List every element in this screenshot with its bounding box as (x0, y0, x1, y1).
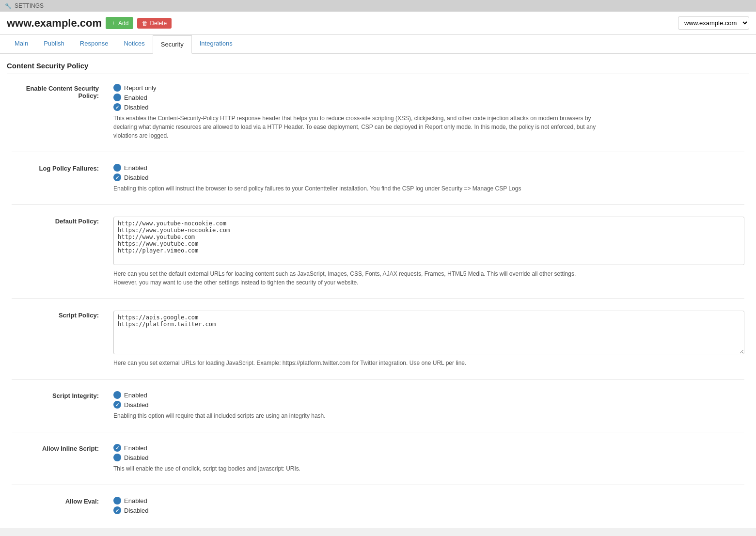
log-policy-label: Log Policy Failures: (7, 160, 104, 197)
enable-csp-row: Enable Content Security Policy: Report o… (7, 80, 749, 144)
add-button-label: Add (118, 20, 128, 27)
log-policy-input: Enabled Disabled Enabling this option wi… (104, 160, 749, 197)
default-policy-input: http://www.youtube-nocookie.com https://… (104, 213, 749, 291)
csp-enabled-radio[interactable] (113, 94, 121, 101)
section-title: Content Security Policy (7, 62, 749, 74)
trash-icon: 🗑 (142, 20, 148, 27)
header-right: www.example.com (678, 16, 749, 30)
sep-row-1 (7, 144, 749, 160)
sep-row-6 (7, 477, 749, 493)
ais-enabled-option: Enabled (113, 444, 744, 452)
default-policy-row: Default Policy: http://www.youtube-nocoo… (7, 213, 749, 291)
allow-inline-script-description: This will enable the use of onclick, scr… (113, 464, 598, 473)
csp-disabled-option: Disabled (113, 103, 744, 111)
add-button[interactable]: ＋ Add (106, 17, 133, 29)
enable-csp-input: Report only Enabled Disabled This enable… (104, 80, 749, 144)
allow-eval-row: Allow Eval: Enabled Disabled (7, 493, 749, 520)
script-integrity-description: Enabling this option will require that a… (113, 411, 598, 420)
tab-main[interactable]: Main (7, 35, 36, 54)
csp-enabled-option: Enabled (113, 94, 744, 101)
default-policy-textarea[interactable]: http://www.youtube-nocookie.com https://… (113, 217, 744, 265)
log-policy-row: Log Policy Failures: Enabled Disabled En… (7, 160, 749, 197)
script-integrity-row: Script Integrity: Enabled Disabled Enabl… (7, 387, 749, 424)
lpf-disabled-label: Disabled (124, 174, 149, 181)
ae-enabled-label: Enabled (124, 497, 147, 504)
si-disabled-label: Disabled (124, 401, 149, 409)
script-integrity-label: Script Integrity: (7, 387, 104, 424)
csp-disabled-radio[interactable] (113, 103, 121, 111)
tabs-bar: Main Publish Response Notices Security I… (0, 35, 756, 54)
plus-icon: ＋ (110, 19, 116, 27)
delete-button-label: Delete (150, 20, 167, 27)
default-policy-description: Here can you set the default external UR… (113, 269, 598, 287)
log-policy-description: Enabling this option will instruct the b… (113, 184, 598, 193)
ais-disabled-radio[interactable] (113, 454, 121, 461)
allow-inline-script-row: Allow Inline Script: Enabled Disabled Th… (7, 440, 749, 477)
si-enabled-radio[interactable] (113, 391, 121, 399)
csp-report-only-option: Report only (113, 84, 744, 92)
sep-row-2 (7, 197, 749, 213)
allow-inline-script-input: Enabled Disabled This will enable the us… (104, 440, 749, 477)
script-policy-textarea[interactable]: https://apis.google.com https://platform… (113, 311, 744, 354)
ae-enabled-radio[interactable] (113, 497, 121, 504)
lpf-enabled-option: Enabled (113, 164, 744, 172)
lpf-enabled-label: Enabled (124, 164, 147, 172)
tab-publish[interactable]: Publish (36, 35, 72, 54)
allow-eval-input: Enabled Disabled (104, 493, 749, 520)
enable-csp-description: This enables the Content-Security-Policy… (113, 114, 598, 140)
settings-form: Enable Content Security Policy: Report o… (7, 80, 749, 520)
ais-disabled-label: Disabled (124, 454, 149, 461)
tab-notices[interactable]: Notices (116, 35, 152, 54)
title-bar-label: SETTINGS (15, 2, 44, 9)
site-title: www.example.com (7, 17, 102, 30)
script-policy-row: Script Policy: https://apis.google.com h… (7, 307, 749, 371)
ais-enabled-radio[interactable] (113, 444, 121, 452)
ae-disabled-label: Disabled (124, 507, 149, 514)
sep-row-5 (7, 424, 749, 440)
title-bar: 🔧 SETTINGS (0, 0, 756, 12)
header-left: www.example.com ＋ Add 🗑 Delete (7, 17, 172, 30)
ae-disabled-option: Disabled (113, 506, 744, 514)
csp-report-only-radio[interactable] (113, 84, 121, 92)
allow-inline-script-label: Allow Inline Script: (7, 440, 104, 477)
lpf-disabled-radio[interactable] (113, 173, 121, 181)
ais-enabled-label: Enabled (124, 444, 147, 452)
sep-row-3 (7, 291, 749, 307)
tab-response[interactable]: Response (72, 35, 116, 54)
site-selector[interactable]: www.example.com (678, 16, 749, 30)
si-disabled-radio[interactable] (113, 401, 121, 409)
content-area: Content Security Policy Enable Content S… (0, 54, 756, 528)
csp-enabled-label: Enabled (124, 94, 147, 101)
si-enabled-option: Enabled (113, 391, 744, 399)
ae-enabled-option: Enabled (113, 497, 744, 504)
ais-disabled-option: Disabled (113, 454, 744, 461)
script-policy-input: https://apis.google.com https://platform… (104, 307, 749, 371)
script-policy-description: Here can you set external URLs for loadi… (113, 359, 598, 367)
enable-csp-label: Enable Content Security Policy: (7, 80, 104, 144)
sep-row-4 (7, 371, 749, 387)
main-container: www.example.com ＋ Add 🗑 Delete www.examp… (0, 12, 756, 528)
script-policy-label: Script Policy: (7, 307, 104, 371)
csp-report-only-label: Report only (124, 84, 156, 92)
allow-eval-label: Allow Eval: (7, 493, 104, 520)
si-enabled-label: Enabled (124, 392, 147, 399)
lpf-disabled-option: Disabled (113, 173, 744, 181)
delete-button[interactable]: 🗑 Delete (137, 18, 172, 29)
tab-security[interactable]: Security (153, 35, 192, 54)
csp-disabled-label: Disabled (124, 104, 149, 111)
wrench-icon: 🔧 (5, 3, 12, 9)
si-disabled-option: Disabled (113, 401, 744, 409)
script-integrity-input: Enabled Disabled Enabling this option wi… (104, 387, 749, 424)
lpf-enabled-radio[interactable] (113, 164, 121, 172)
header-bar: www.example.com ＋ Add 🗑 Delete www.examp… (0, 12, 756, 35)
ae-disabled-radio[interactable] (113, 506, 121, 514)
tab-integrations[interactable]: Integrations (192, 35, 240, 54)
default-policy-label: Default Policy: (7, 213, 104, 291)
